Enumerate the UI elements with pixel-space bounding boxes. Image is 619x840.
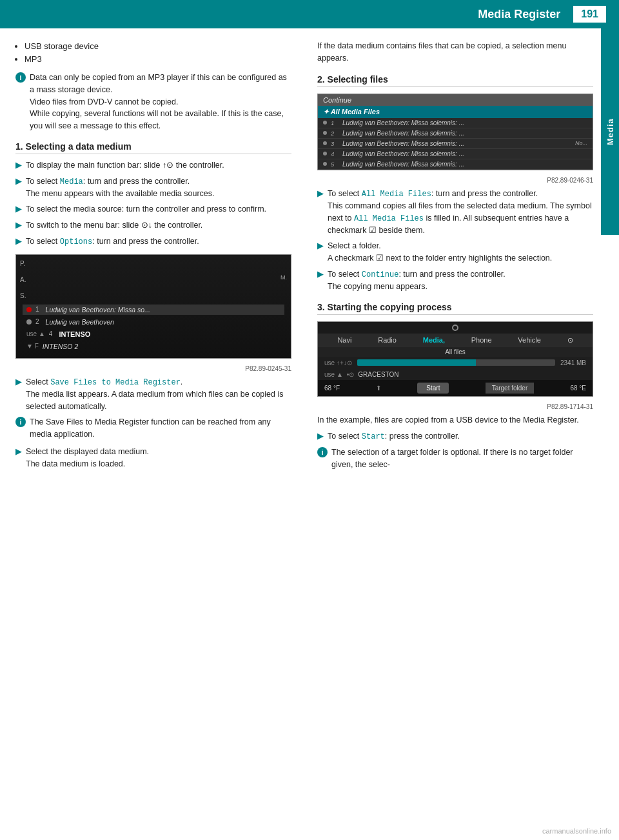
nav-gear: ⊙	[567, 336, 573, 345]
dot-icon	[323, 131, 327, 135]
header-title: Media Register	[478, 8, 573, 21]
instruction-text-3: To select the media source: turn the con…	[26, 203, 266, 215]
dot-icon	[323, 152, 327, 155]
ss-left-content: P. A. S. M. 1 Ludwig van Beethoven: Miss…	[16, 255, 291, 358]
screenshot-2: Continue ✦ All Media Files 1 Ludwig van …	[317, 94, 593, 170]
ss-progress-bar	[357, 359, 555, 366]
ss-file-3: 3 Ludwig van Beethoven: Missa solemnis: …	[318, 139, 593, 149]
instruction-text-continue: To select Continue: turn and press the c…	[328, 268, 506, 293]
arrow-icon: ▶	[317, 269, 324, 279]
arrow-icon: ▶	[15, 220, 22, 230]
arrow-icon: ▶	[317, 188, 324, 198]
dot-icon	[323, 162, 327, 166]
nav-vehicle: Vehicle	[518, 336, 540, 344]
ss-target-btn[interactable]: Target folder	[486, 383, 535, 394]
ss-station-name: GRACESTON	[358, 371, 398, 378]
instruction-text-4: To switch to the menu bar: slide ⊙↓ the …	[26, 219, 202, 232]
instruction-text-allfiles: To select All Media Files: turn and pres…	[328, 188, 593, 237]
instruction-text-2: To select Media: turn and press the cont…	[26, 175, 215, 200]
bullet-list: USB storage device MP3	[15, 40, 291, 65]
ss-progress-fill	[357, 359, 476, 366]
ss-file-2: 2 Ludwig van Beethoven: Missa solemnis: …	[318, 128, 593, 139]
dot-icon	[323, 121, 327, 125]
list-item: MP3	[25, 53, 291, 66]
screenshot-3: Navi Radio Media, Phone Vehicle ⊙ All fi…	[317, 321, 593, 397]
instruction-text-select: Select Save Files to Media Register.The …	[26, 376, 291, 413]
dot-icon	[323, 141, 327, 145]
info-text-3: The selection of a target folder is opti…	[331, 446, 593, 471]
ss-nav-bar: Navi Radio Media, Phone Vehicle ⊙	[318, 334, 593, 347]
screenshot-caption-1: P82.89-0245-31	[15, 365, 291, 372]
info-text-1: Data can only be copied from an MP3 play…	[30, 72, 291, 132]
arrow-icon: ▶	[15, 160, 22, 170]
right-column: If the data medium contains files that c…	[317, 40, 593, 475]
arrow-icon: ▶	[15, 176, 22, 186]
instruction-folder: ▶ Select a folder.A checkmark ☑ next to …	[317, 240, 593, 265]
instruction-4: ▶ To switch to the menu bar: slide ⊙↓ th…	[15, 219, 291, 232]
ss-item-4: ▼ F INTENSO 2	[23, 341, 284, 352]
ss-right-val: 68 °E	[570, 385, 586, 392]
info-icon: i	[15, 72, 26, 83]
info-block-2: i The Save Files to Media Register funct…	[15, 416, 291, 441]
header-bar: Media Register 191	[0, 0, 619, 28]
info-icon-2: i	[15, 417, 26, 427]
instruction-3: ▶ To select the media source: turn the c…	[15, 203, 291, 215]
ss-data-size: 2341 MB	[560, 359, 586, 366]
intro-text: If the data medium contains files that c…	[317, 40, 593, 65]
dot-icon	[26, 319, 32, 325]
instruction-1: ▶ To display the main function bar: slid…	[15, 159, 291, 172]
instruction-text-5: To select Options: turn and press the co…	[26, 235, 199, 248]
ss-right-content: Continue ✦ All Media Files 1 Ludwig van …	[318, 94, 593, 170]
instruction-text-1: To display the main function bar: slide …	[26, 159, 224, 172]
ss-continue: Continue	[318, 94, 593, 106]
ss-file-1: 1 Ludwig van Beethoven: Missa solemnis: …	[318, 118, 593, 128]
instruction-display: ▶ Select the displayed data medium.The d…	[15, 446, 291, 470]
ss-nav-content: Navi Radio Media, Phone Vehicle ⊙ All fi…	[318, 322, 593, 396]
section-heading-3: 3. Starting the copying process	[317, 302, 593, 315]
nav-phone: Phone	[471, 336, 492, 344]
left-column: USB storage device MP3 i Data can only b…	[15, 40, 298, 475]
list-item: USB storage device	[25, 40, 291, 53]
info-block-1: i Data can only be copied from an MP3 pl…	[15, 72, 291, 132]
nav-radio: Radio	[378, 336, 397, 344]
instruction-allfiles: ▶ To select All Media Files: turn and pr…	[317, 188, 593, 237]
ss-temp: 68 °F	[324, 385, 340, 392]
arrow-icon: ▶	[317, 241, 324, 250]
screenshot-caption-2: P82.89-0246-31	[317, 177, 593, 184]
instruction-2: ▶ To select Media: turn and press the co…	[15, 175, 291, 200]
ss-start-btn[interactable]: Start	[417, 383, 449, 394]
nav-navi: Navi	[337, 336, 351, 344]
arrow-icon: ▶	[15, 377, 22, 386]
section-heading-1: 1. Selecting a data medium	[15, 141, 291, 154]
ss-all-media: ✦ All Media Files	[318, 106, 593, 118]
instruction-select: ▶ Select Save Files to Media Register.Th…	[15, 376, 291, 413]
copy-example-text: In the example, files are copied from a …	[317, 414, 593, 426]
screenshot-1: P. A. S. M. 1 Ludwig van Beethoven: Miss…	[15, 254, 291, 359]
nav-media: Media,	[423, 336, 445, 344]
ss-station-row: use ▲ •⊙ GRACESTON	[318, 369, 593, 380]
ss-data-left: use ↑+↓⊙	[324, 359, 352, 366]
arrow-icon: ▶	[317, 431, 324, 441]
arrow-icon: ▶	[15, 236, 22, 246]
instruction-5: ▶ To select Options: turn and press the …	[15, 235, 291, 248]
screenshot-caption-3: P82.89-1714-31	[317, 403, 593, 410]
arrow-icon: ▶	[15, 446, 22, 456]
info-text-2: The Save Files to Media Register functio…	[30, 416, 291, 441]
main-content: USB storage device MP3 i Data can only b…	[0, 28, 619, 487]
nav-dot-icon	[452, 325, 458, 331]
info-icon-3: i	[317, 447, 328, 457]
dot-icon	[26, 307, 32, 312]
instruction-start: ▶ To select Start: press the controller.	[317, 430, 593, 443]
ss-item-3: use ▲ 4 INTENSO	[23, 329, 284, 339]
section-heading-2: 2. Selecting files	[317, 74, 593, 87]
arrow-icon: ▶	[15, 204, 22, 214]
ss-items: 1 Ludwig van Beethoven: Missa so... 2 Lu…	[23, 305, 284, 352]
ss-file-4: 4 Ludwig van Beethoven: Missa solemnis: …	[318, 149, 593, 159]
ss-allfiles-label: All files	[318, 347, 593, 357]
ss-item-1: 1 Ludwig van Beethoven: Missa so...	[23, 305, 284, 315]
instruction-text-folder: Select a folder.A checkmark ☑ next to th…	[328, 240, 552, 265]
instruction-continue: ▶ To select Continue: turn and press the…	[317, 268, 593, 293]
ss-data-row: use ↑+↓⊙ 2341 MB	[318, 357, 593, 369]
page-number: 191	[573, 6, 606, 23]
side-tab: Media	[601, 28, 619, 235]
